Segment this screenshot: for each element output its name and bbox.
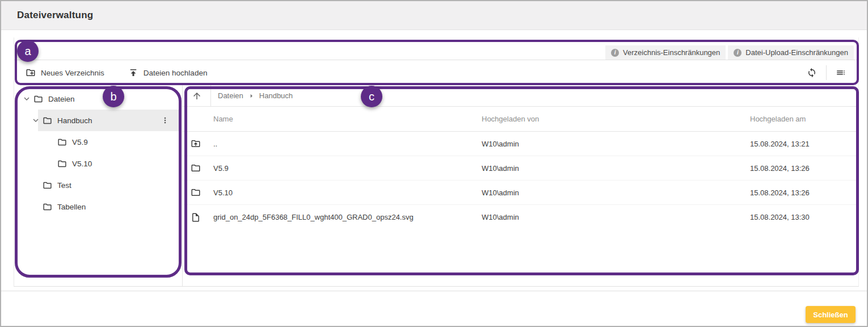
- directory-restrictions-label: Verzeichnis-Einschränkungen: [623, 48, 720, 57]
- actions-toolbar: Neues Verzeichnis Dateien hochladen: [14, 60, 858, 85]
- breadcrumb-bar: Dateien Handbuch: [183, 85, 858, 107]
- folder-icon: [183, 187, 213, 198]
- tree-item-label: Test: [57, 181, 71, 190]
- navigate-up-button[interactable]: [183, 85, 211, 106]
- file-manager: i Verzeichnis-Einschränkungen i Datei-Up…: [14, 37, 859, 287]
- uploaded-by: W10\admin: [482, 188, 750, 197]
- more-vert-icon[interactable]: [161, 116, 170, 125]
- file-icon: [183, 212, 213, 223]
- uploaded-at: 15.08.2024, 13:26: [750, 188, 858, 197]
- tree-item-label: Tabellen: [57, 203, 86, 211]
- uploaded-by: W10\admin: [482, 213, 750, 221]
- chevron-down-icon[interactable]: [29, 115, 43, 125]
- toolbar-divider: [826, 65, 827, 80]
- dialog-header: Dateiverwaltung: [1, 1, 867, 30]
- tree-item-test[interactable]: Test: [14, 174, 182, 196]
- folder-up-icon: [183, 139, 213, 149]
- file-list-panel: Dateien Handbuch Name Hochgeladen von Ho…: [183, 85, 858, 286]
- uploaded-by-column-header[interactable]: Hochgeladen von: [482, 115, 750, 123]
- uploaded-at-column-header[interactable]: Hochgeladen am: [750, 115, 858, 123]
- list-view-button[interactable]: [831, 64, 850, 81]
- table-row-svg-file[interactable]: grid_on_24dp_5F6368_FILL0_wght400_GRAD0_…: [183, 205, 858, 229]
- file-name: V5.9: [213, 164, 482, 173]
- upload-files-button[interactable]: Dateien hochladen: [128, 68, 208, 78]
- close-button[interactable]: Schließen: [806, 306, 856, 323]
- dateiverwaltung-dialog: Dateiverwaltung i Verzeichnis-Einschränk…: [0, 0, 868, 327]
- uploaded-by: W10\admin: [482, 164, 750, 173]
- tree-item-dateien[interactable]: Dateien: [14, 88, 182, 110]
- uploaded-by: W10\admin: [482, 140, 750, 148]
- uploaded-at: 15.08.2024, 13:30: [750, 213, 858, 221]
- new-directory-button[interactable]: Neues Verzeichnis: [26, 68, 104, 78]
- restrictions-bar: i Verzeichnis-Einschränkungen i Datei-Up…: [14, 37, 858, 60]
- name-column-header[interactable]: Name: [213, 115, 482, 123]
- refresh-icon: [807, 68, 817, 78]
- file-name: ..: [213, 140, 482, 148]
- breadcrumb: Dateien Handbuch: [211, 91, 293, 100]
- tree-item-label: Dateien: [48, 95, 75, 103]
- upload-files-label: Dateien hochladen: [144, 69, 208, 77]
- new-folder-icon: [26, 68, 36, 78]
- breadcrumb-arrow-icon: [247, 91, 256, 100]
- file-name: V5.10: [213, 188, 482, 197]
- directory-restrictions-chip[interactable]: i Verzeichnis-Einschränkungen: [605, 45, 726, 60]
- folder-icon: [43, 202, 52, 212]
- folder-icon: [43, 116, 52, 125]
- table-row-v510[interactable]: V5.10 W10\admin 15.08.2024, 13:26: [183, 181, 858, 205]
- info-icon: i: [611, 49, 619, 57]
- content-panels: Dateien Handbuch V5.9: [14, 85, 858, 286]
- tree-item-v510[interactable]: V5.10: [14, 153, 182, 174]
- page-title: Dateiverwaltung: [17, 10, 93, 21]
- tree-item-label: V5.9: [72, 138, 88, 146]
- file-name: grid_on_24dp_5F6368_FILL0_wght400_GRAD0_…: [213, 213, 482, 221]
- breadcrumb-current: Handbuch: [259, 91, 293, 100]
- refresh-button[interactable]: [802, 64, 821, 81]
- breadcrumb-root[interactable]: Dateien: [218, 91, 243, 100]
- file-upload-restrictions-label: Datei-Upload-Einschränkungen: [745, 48, 848, 57]
- table-row-v59[interactable]: V5.9 W10\admin 15.08.2024, 13:26: [183, 156, 858, 181]
- folder-icon: [33, 94, 43, 104]
- new-directory-label: Neues Verzeichnis: [41, 69, 104, 77]
- uploaded-at: 15.08.2024, 13:21: [750, 140, 858, 148]
- uploaded-at: 15.08.2024, 13:26: [750, 164, 858, 173]
- arrow-up-icon: [192, 91, 202, 101]
- table-header: Name Hochgeladen von Hochgeladen am: [183, 107, 858, 132]
- upload-icon: [128, 68, 138, 78]
- chevron-down-icon[interactable]: [20, 94, 33, 104]
- footer-divider: [1, 291, 867, 291]
- file-upload-restrictions-chip[interactable]: i Datei-Upload-Einschränkungen: [728, 45, 854, 60]
- tree-item-v59[interactable]: V5.9: [14, 131, 182, 153]
- folder-icon: [57, 159, 67, 169]
- folder-icon: [57, 137, 67, 147]
- tree-item-label: Handbuch: [57, 116, 92, 125]
- directory-tree: Dateien Handbuch V5.9: [14, 85, 183, 286]
- tree-item-handbuch[interactable]: Handbuch: [14, 110, 182, 131]
- info-icon: i: [734, 49, 741, 57]
- table-row-parent-dir[interactable]: .. W10\admin 15.08.2024, 13:21: [183, 132, 858, 156]
- folder-icon: [183, 163, 213, 173]
- tree-item-tabellen[interactable]: Tabellen: [14, 196, 182, 217]
- list-view-icon: [836, 68, 846, 78]
- folder-icon: [43, 181, 52, 190]
- tree-item-label: V5.10: [72, 160, 92, 168]
